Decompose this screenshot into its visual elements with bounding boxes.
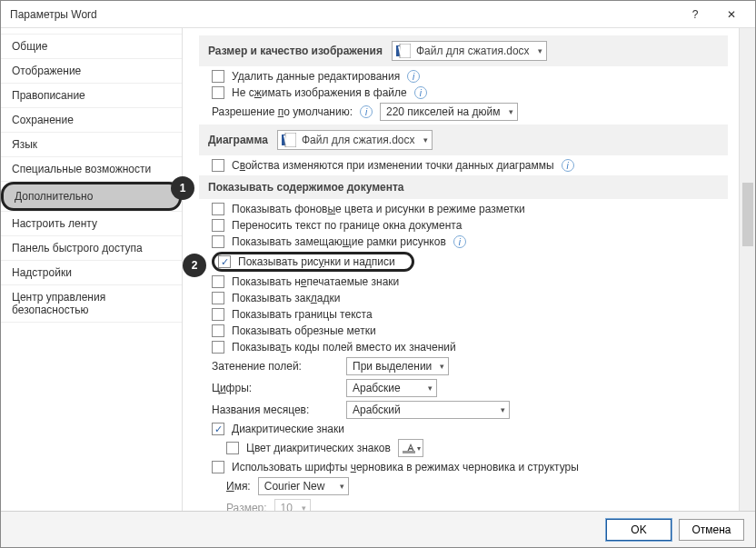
nav-addins[interactable]: Надстройки: [1, 261, 182, 285]
row-numerals: Цифры: Арабские ▾: [212, 379, 728, 397]
ok-button[interactable]: OK: [606, 519, 671, 541]
chk-chart-props[interactable]: [212, 159, 224, 172]
section-title: Показывать содержимое документа: [208, 181, 404, 194]
word-options-dialog: Параметры Word ? ✕ Общие Отображение Пра…: [0, 0, 756, 548]
row-default-res: Разрешение по умолчанию: i 220 пикселей …: [212, 103, 728, 121]
dialog-body: Общие Отображение Правописание Сохранени…: [1, 28, 755, 511]
chk-crop-marks[interactable]: [212, 324, 224, 337]
chk-draft-font[interactable]: [212, 461, 224, 473]
row-months: Названия месяцев: Арабский ▾: [212, 401, 728, 419]
nav-customize-ribbon[interactable]: Настроить ленту: [1, 212, 182, 236]
row-delete-crop: Удалить данные редактирования i: [212, 70, 728, 83]
callout-badge-2: 2: [183, 254, 206, 277]
info-icon[interactable]: i: [453, 235, 466, 248]
chevron-down-icon: ▾: [302, 503, 306, 511]
row-crop-marks: Показывать обрезные метки: [212, 324, 728, 337]
row-bg-colors: Показывать фоновые цвета и рисунки в реж…: [212, 203, 728, 215]
chk-field-codes[interactable]: [212, 341, 224, 354]
font-name-combo[interactable]: Courier New ▾: [258, 477, 349, 495]
row-no-compress: Не сжимать изображения в файле i: [212, 86, 728, 99]
section-image-quality: Размер и качество изображения W Файл для…: [199, 35, 728, 66]
chevron-down-icon: ▾: [423, 135, 428, 144]
row-chart-props: Свойства изменяются при изменении точки …: [212, 159, 728, 172]
field-shading-combo[interactable]: При выделении ▾: [346, 357, 449, 375]
chevron-down-icon: ▾: [428, 384, 433, 393]
chevron-down-icon: ▾: [501, 405, 505, 414]
content-pane: Размер и качество изображения W Файл для…: [183, 28, 739, 511]
chk-diacritics[interactable]: [212, 423, 224, 435]
row-diacritics: Диакритические знаки: [212, 423, 728, 435]
dialog-title: Параметры Word: [10, 8, 677, 21]
nav-language[interactable]: Язык: [1, 133, 182, 157]
section-chart: Диаграмма W Файл для сжатия.docx ▾: [199, 125, 728, 155]
section-title: Диаграмма: [208, 134, 268, 146]
chk-drawings[interactable]: [218, 255, 231, 268]
row-field-codes: Показывать коды полей вместо их значений: [212, 341, 728, 354]
nav-advanced[interactable]: Дополнительно 1: [1, 182, 182, 212]
chk-bookmarks[interactable]: [212, 292, 224, 304]
row-nonprinting: Показывать непечатаемые знаки: [212, 275, 728, 288]
chevron-down-icon: ▾: [340, 482, 344, 491]
nav-trust-center[interactable]: Центр управления безопасностью: [1, 285, 182, 323]
highlight-drawings: Показывать рисунки и надписи: [212, 252, 414, 272]
row-diacritics-color: Цвет диакритических знаков ▾: [226, 439, 728, 457]
row-bookmarks: Показывать закладки: [212, 292, 728, 304]
chevron-down-icon: ▾: [538, 46, 542, 55]
row-font-name: Имя: Courier New ▾: [226, 477, 728, 495]
word-doc-icon: W: [282, 133, 296, 147]
chk-placeholders[interactable]: [212, 235, 224, 248]
nav-proofing[interactable]: Правописание: [1, 84, 182, 108]
chk-diacritics-color[interactable]: [226, 442, 239, 454]
category-sidebar: Общие Отображение Правописание Сохранени…: [1, 28, 183, 511]
diacritics-color-picker[interactable]: ▾: [398, 439, 423, 457]
chevron-down-icon: ▾: [509, 107, 513, 116]
scroll-thumb[interactable]: [742, 183, 753, 246]
word-doc-icon: W: [396, 44, 411, 58]
row-wrap-window: Переносить текст по границе окна докумен…: [212, 219, 728, 232]
info-icon[interactable]: i: [562, 159, 574, 172]
chevron-down-icon: ▾: [440, 362, 444, 371]
info-icon[interactable]: i: [407, 70, 420, 83]
close-button[interactable]: ✕: [713, 1, 750, 28]
row-drawings: 2 Показывать рисунки и надписи: [212, 252, 728, 272]
cancel-button[interactable]: Отмена: [679, 519, 744, 541]
months-combo[interactable]: Арабский ▾: [346, 401, 510, 419]
chk-delete-crop[interactable]: [212, 70, 224, 83]
chk-bg-colors[interactable]: [212, 203, 224, 215]
chk-wrap-window[interactable]: [212, 219, 224, 232]
nav-display[interactable]: Отображение: [1, 59, 182, 84]
chk-text-bounds[interactable]: [212, 308, 224, 321]
nav-save[interactable]: Сохранение: [1, 108, 182, 133]
default-res-combo[interactable]: 220 пикселей на дюйм ▾: [380, 103, 518, 121]
titlebar: Параметры Word ? ✕: [1, 1, 755, 28]
vertical-scrollbar[interactable]: [739, 28, 755, 511]
row-text-bounds: Показывать границы текста: [212, 308, 728, 321]
nav-general[interactable]: Общие: [1, 34, 182, 59]
row-field-shading: Затенение полей: При выделении ▾: [212, 357, 728, 375]
svg-text:W: W: [398, 45, 409, 57]
image-doc-combo[interactable]: W Файл для сжатия.docx ▾: [392, 41, 547, 61]
content-wrap: Размер и качество изображения W Файл для…: [183, 28, 755, 511]
info-icon[interactable]: i: [360, 105, 373, 118]
chk-no-compress[interactable]: [212, 86, 224, 99]
nav-quick-access[interactable]: Панель быстрого доступа: [1, 236, 182, 261]
svg-text:W: W: [284, 134, 294, 146]
help-button[interactable]: ?: [677, 1, 713, 28]
chart-doc-combo[interactable]: W Файл для сжатия.docx ▾: [277, 130, 433, 150]
font-size-combo[interactable]: 10 ▾: [274, 499, 311, 511]
row-placeholders: Показывать замещающие рамки рисунков i: [212, 235, 728, 248]
chk-nonprinting[interactable]: [212, 275, 224, 288]
section-title: Размер и качество изображения: [208, 45, 383, 57]
row-font-size: Размер: 10 ▾: [226, 499, 728, 511]
numerals-combo[interactable]: Арабские ▾: [346, 379, 437, 397]
row-draft-font: Использовать шрифты черновика в режимах …: [212, 461, 728, 473]
info-icon[interactable]: i: [414, 86, 427, 99]
nav-accessibility[interactable]: Специальные возможности: [1, 157, 182, 182]
section-show-content: Показывать содержимое документа: [199, 175, 728, 199]
dialog-footer: OK Отмена: [1, 511, 755, 547]
